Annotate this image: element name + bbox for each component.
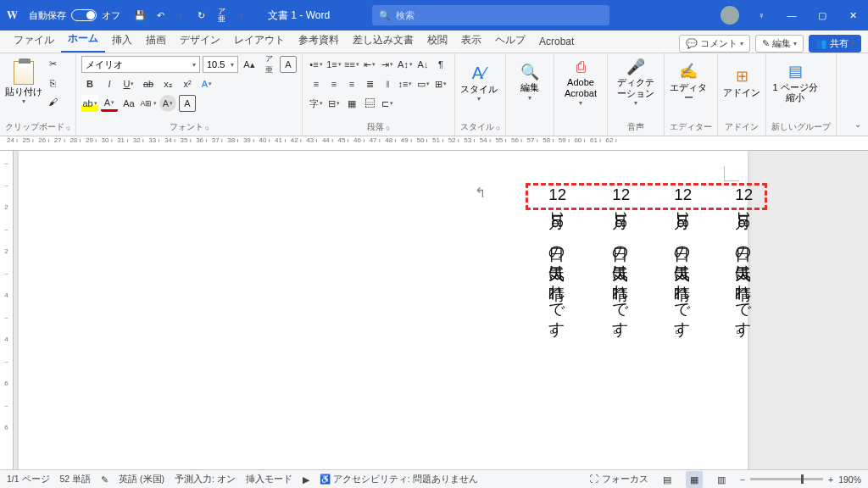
- autosave-toggle[interactable]: 自動保存 オフ: [24, 9, 125, 22]
- status-spellcheck-icon[interactable]: ✎: [101, 474, 108, 485]
- italic-icon[interactable]: I: [101, 75, 118, 92]
- status-macro-icon[interactable]: ▶: [303, 474, 309, 485]
- status-mode[interactable]: 挿入モード: [246, 474, 292, 485]
- combine-icon[interactable]: ⿳: [361, 95, 378, 112]
- vertical-ruler[interactable]: ––2–2–4–4–6–6: [0, 151, 14, 469]
- editing-mode-button[interactable]: ✎編集▾: [755, 35, 804, 53]
- view-print-icon[interactable]: ▦: [686, 471, 703, 488]
- font-color-icon[interactable]: A: [101, 95, 118, 112]
- zoom-level[interactable]: 190%: [838, 474, 861, 485]
- multilevel-icon[interactable]: ≡≡: [343, 56, 360, 73]
- char-border-icon[interactable]: A: [179, 95, 196, 112]
- text-direction-icon[interactable]: A↕: [397, 56, 414, 73]
- tab-draw[interactable]: 描画: [139, 28, 173, 53]
- document-page[interactable]: ↰ 12月18日の天気は晴れです。 12月18日の天気は晴れです。 12月18日…: [19, 151, 748, 469]
- tab-file[interactable]: ファイル: [7, 28, 61, 53]
- line-spacing-icon[interactable]: ↕≡: [397, 75, 414, 92]
- status-words[interactable]: 52 単語: [60, 474, 92, 485]
- asian-layout-icon[interactable]: 字: [308, 95, 325, 112]
- status-focus[interactable]: ⛶ フォーカス: [590, 474, 648, 485]
- search-box[interactable]: 🔍 検索: [372, 5, 609, 25]
- grid-icon[interactable]: ▦: [343, 95, 360, 112]
- bullets-icon[interactable]: •≡: [308, 56, 325, 73]
- subscript-icon[interactable]: x₂: [159, 75, 176, 92]
- tab-design[interactable]: デザイン: [173, 28, 227, 53]
- tab-view[interactable]: 表示: [454, 28, 488, 53]
- superscript-icon[interactable]: x²: [179, 75, 196, 92]
- view-web-icon[interactable]: ▥: [713, 471, 730, 488]
- addin-button[interactable]: ⊞ アドイン: [723, 56, 760, 110]
- qat-dropdown[interactable]: ▾: [234, 8, 249, 23]
- vertical-text-icon[interactable]: ⊟: [326, 95, 342, 112]
- styles-button[interactable]: A⁄ スタイル▾: [460, 56, 498, 110]
- decrease-indent-icon[interactable]: ⇤: [361, 56, 378, 73]
- tab-insert[interactable]: 挿入: [105, 28, 139, 53]
- editing-button[interactable]: 🔍 編集▾: [511, 56, 548, 110]
- zoom-out-icon[interactable]: −: [740, 474, 745, 485]
- zoom-control[interactable]: − + 190%: [740, 474, 861, 485]
- save-icon[interactable]: 💾: [132, 8, 147, 23]
- tab-help[interactable]: ヘルプ: [488, 28, 532, 53]
- comments-button[interactable]: 💬コメント▾: [679, 35, 750, 53]
- underline-icon[interactable]: U: [120, 75, 137, 92]
- redo-icon[interactable]: ↻: [193, 8, 209, 23]
- shrink-page-button[interactable]: ▤ 1 ページ分縮小: [771, 56, 819, 110]
- copy-icon[interactable]: ⎘: [44, 75, 61, 91]
- undo-dropdown[interactable]: ▾: [173, 8, 188, 23]
- group-voice: 🎤 ディクテーション▾ 音声: [608, 53, 665, 136]
- minimize-button[interactable]: —: [776, 0, 807, 30]
- highlight-icon[interactable]: ab: [81, 95, 98, 112]
- dictate-button[interactable]: 🎤 ディクテーション▾: [613, 56, 659, 110]
- acrobat-button[interactable]: ⎙ Adobe Acrobat▾: [559, 56, 602, 110]
- sort-icon[interactable]: A↓: [415, 56, 431, 73]
- user-avatar[interactable]: [721, 6, 739, 25]
- tab-mailings[interactable]: 差し込み文書: [346, 28, 420, 53]
- share-button[interactable]: 👥共有▾: [809, 35, 861, 53]
- phonetic-icon[interactable]: ア亜: [214, 8, 229, 23]
- zoom-in-icon[interactable]: +: [828, 474, 833, 485]
- tab-review[interactable]: 校閲: [420, 28, 454, 53]
- align-left-icon[interactable]: ≡: [308, 75, 325, 92]
- zoom-slider[interactable]: [750, 478, 823, 480]
- align-justify-icon[interactable]: ≣: [361, 75, 378, 92]
- borders-icon[interactable]: ⊞: [432, 75, 449, 92]
- show-marks-icon[interactable]: ¶: [432, 56, 449, 73]
- status-page[interactable]: 1/1 ページ: [7, 474, 50, 485]
- shading-icon[interactable]: ▭: [415, 75, 431, 92]
- format-painter-icon[interactable]: 🖌: [44, 94, 61, 110]
- char-scale-icon[interactable]: ⊏: [379, 95, 396, 112]
- undo-icon[interactable]: ↶: [153, 8, 168, 23]
- status-a11y[interactable]: ♿ アクセシビリティ: 問題ありません: [320, 474, 478, 485]
- tab-layout[interactable]: レイアウト: [227, 28, 292, 53]
- view-read-icon[interactable]: ▤: [659, 471, 676, 488]
- increase-indent-icon[interactable]: ⇥: [379, 56, 396, 73]
- bold-icon[interactable]: B: [81, 75, 98, 92]
- editor-button[interactable]: ✍ エディター: [670, 56, 707, 110]
- horizontal-ruler[interactable]: 24 ı25 ı26 ı27 ı28 ı29 ı30 ı31 ı32 ı33 ı…: [0, 136, 868, 151]
- distribute-icon[interactable]: ⫴: [379, 75, 396, 92]
- status-language[interactable]: 英語 (米国): [119, 474, 164, 485]
- text-effects-icon[interactable]: A: [198, 75, 215, 92]
- cut-icon[interactable]: ✂: [44, 56, 61, 72]
- tab-references[interactable]: 参考資料: [292, 28, 346, 53]
- align-center-icon[interactable]: ≡: [326, 75, 342, 92]
- font-name-selector[interactable]: メイリオ▾: [81, 56, 200, 73]
- enclose-char-icon[interactable]: A: [159, 95, 176, 112]
- help-icon[interactable]: ♀: [746, 0, 776, 30]
- status-predict[interactable]: 予測入力: オン: [175, 474, 236, 485]
- grow-font-icon[interactable]: A▴: [241, 56, 258, 73]
- numbering-icon[interactable]: 1≡: [326, 56, 342, 73]
- font-size-selector[interactable]: 10.5▾: [203, 56, 238, 73]
- shrink-font-icon[interactable]: ア亜: [260, 56, 277, 73]
- paste-button[interactable]: 貼り付け▾: [5, 56, 42, 110]
- strikethrough-icon[interactable]: ab: [140, 75, 157, 92]
- clear-format-icon[interactable]: A: [280, 56, 297, 73]
- change-case-icon[interactable]: Aa: [120, 95, 137, 112]
- char-shading-icon[interactable]: A⊞: [140, 95, 157, 112]
- align-right-icon[interactable]: ≡: [343, 75, 360, 92]
- maximize-button[interactable]: ▢: [807, 0, 837, 30]
- tab-home[interactable]: ホーム: [61, 26, 105, 53]
- collapse-ribbon-button[interactable]: ⌄: [848, 53, 868, 136]
- tab-acrobat[interactable]: Acrobat: [532, 30, 581, 53]
- close-button[interactable]: ✕: [837, 0, 868, 30]
